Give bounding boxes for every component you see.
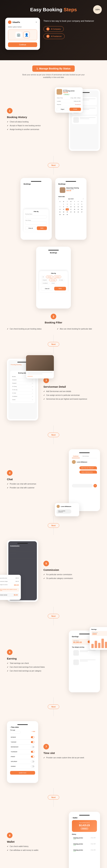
note-text: Note: Admin commission rate is applied t… (0, 588, 19, 592)
filter-pill[interactable]: Assigned (41, 279, 49, 281)
check-text: Total earnings can check (10, 662, 29, 664)
phone-mockup: ‹ Wallet Total available balance $2,415.… (69, 812, 100, 868)
next-button[interactable]: Next (48, 705, 59, 709)
wallet-card: Total available balance $2,415.23 Withdr… (72, 820, 97, 832)
filter-pill[interactable]: Accepted (54, 276, 61, 278)
status-select[interactable] (25, 215, 47, 218)
transaction-item[interactable]: Cleaning service Added 12 Apr, 2024 (72, 848, 97, 853)
withdraw-button[interactable]: Withdraw (80, 827, 88, 830)
booking-id: #15263 (63, 89, 75, 90)
chat-popup: Lorem Williamson Sure, available tomorro… (55, 503, 79, 516)
toggle[interactable] (31, 736, 34, 738)
calendar: SMTWTFS 123456 78910111213 1415161718192… (58, 200, 83, 216)
gap-input[interactable] (10, 731, 21, 734)
feature-2-phones: Bookings Filter By Booking Status Date R… (0, 175, 107, 243)
tab-serviceman[interactable]: Serviceman (81, 455, 90, 458)
check-text: Can withdraw or add money to wallet. (10, 849, 39, 851)
check-text: Accept or Reject to new booking service (10, 124, 41, 127)
screen-header: ‹ Wallet (72, 817, 97, 819)
check-text: Check all status booking (10, 121, 28, 123)
toggle[interactable] (31, 756, 34, 757)
filter-pill[interactable]: Pending (46, 276, 53, 278)
screen-header: ‹ Time slots (10, 726, 35, 728)
hero-mock-card: UrbanFix ✕ Select option below 🏢 👤 Conti… (5, 18, 40, 50)
add-button[interactable]: + Add (32, 731, 35, 732)
check-text: Can check total earnings from selected D… (10, 666, 45, 669)
status-row: Cancel— (12, 398, 33, 401)
filter-pill[interactable]: All (41, 276, 45, 278)
booking-item[interactable]: House Deep Cleaning Dust washing $40.56 (58, 186, 83, 194)
feature-5: 5 Commission ✓For particular service com… (0, 535, 107, 607)
booking-popup: #15263 Ac cleaning service $22.00 Pendin… (55, 87, 83, 113)
filter-pill[interactable]: Completed (41, 282, 49, 284)
update-button[interactable]: Update Hours (10, 771, 35, 775)
check-icon: ✓ (7, 670, 8, 672)
option-freelancer-icon[interactable]: 👤 (23, 32, 30, 38)
date-input[interactable] (25, 221, 47, 225)
tab-customer[interactable]: Customer (72, 455, 80, 458)
check-text: Provider can chat with customer (10, 487, 34, 489)
company-button[interactable]: 1.A Company (44, 26, 64, 32)
item-name: House Deep Cleaning (66, 187, 79, 189)
freelancer-button[interactable]: 2.A Freelancer (44, 33, 64, 39)
chat-input[interactable] (72, 484, 93, 488)
transaction-item[interactable]: Cleaning service Added 12 Apr, 2024 (72, 836, 97, 841)
chat-name: Lorem Williamson (77, 461, 87, 463)
check-icon: ✓ (44, 574, 45, 576)
apply-button[interactable]: Apply (37, 226, 47, 230)
screen-header: Bookings (24, 183, 49, 185)
next-button[interactable]: Next (48, 614, 59, 618)
clear-button[interactable]: Clear all (41, 287, 53, 290)
status-row: Assigned— (12, 381, 33, 385)
logo-icon (8, 21, 11, 24)
prev-month-icon[interactable]: ‹ (58, 198, 59, 199)
feature-title: Commission (44, 568, 100, 571)
apply-button[interactable]: Apply (54, 287, 66, 290)
feature-8: 8 Wallet ✓Can check wallet history. ✓Can… (0, 807, 107, 868)
filter-pills: All Pending Accepted Assigned On Going O… (41, 276, 66, 284)
next-button[interactable]: Next (48, 342, 59, 346)
screen-header: Bookings (58, 183, 83, 185)
check-icon: ✓ (7, 845, 8, 848)
feature-6: 6 Earning ✓Total earnings can check ✓Can… (0, 625, 107, 698)
send-icon[interactable]: ➤ (93, 484, 97, 488)
booking-item[interactable] (72, 116, 97, 124)
continue-button[interactable]: Continue (8, 42, 37, 47)
transaction-item[interactable]: Cleaning service Added 12 Apr, 2024 (72, 842, 97, 847)
toggle[interactable] (31, 746, 34, 748)
filter-pill[interactable]: On Hold (57, 279, 64, 281)
filter-pill[interactable]: On Going (49, 279, 57, 281)
feature-title: Earning (7, 657, 63, 660)
check-icon: ✓ (44, 394, 45, 397)
accept-button[interactable]: Accept (70, 107, 81, 111)
check-icon: ✓ (7, 487, 8, 489)
avatar (57, 505, 60, 508)
clear-button[interactable]: Clear all (25, 226, 36, 230)
filter-pill[interactable]: Cancel (50, 282, 56, 284)
earning-popup: Earnings Filter by Weekly Total revenue … (90, 627, 107, 650)
next-button[interactable]: Next (48, 523, 59, 528)
chat-bubble: I need a cleaning service (79, 470, 97, 473)
check-icon: ✓ (7, 849, 8, 851)
next-button[interactable]: Next (48, 163, 59, 167)
toggle[interactable] (31, 741, 34, 743)
feature-title: Serviceman Detail (44, 385, 100, 388)
selected-date[interactable]: 16 (66, 208, 69, 210)
feature-3: ‹ Pending Booking Booking status Booked—… (0, 353, 107, 426)
close-icon[interactable]: ✕ (35, 21, 37, 24)
slot-row: TUESDAY (10, 740, 35, 745)
slot-row: WEDNESDAY (10, 745, 35, 749)
next-button[interactable]: Next (48, 795, 59, 800)
next-button[interactable]: Next (48, 433, 59, 437)
next-month-icon[interactable]: › (83, 198, 83, 199)
status-row: On the way— (12, 388, 33, 392)
option-company-icon[interactable]: 🏢 (16, 32, 22, 38)
toggle[interactable] (31, 761, 34, 763)
toggle[interactable] (31, 751, 34, 753)
logo-name: UrbanFix (12, 21, 20, 23)
toggle[interactable] (31, 766, 34, 767)
slot-row: MONDAY (10, 735, 35, 740)
status-row: On Going— (12, 385, 33, 388)
reject-button[interactable]: Reject (57, 107, 69, 111)
check-icon: ✓ (7, 483, 8, 485)
